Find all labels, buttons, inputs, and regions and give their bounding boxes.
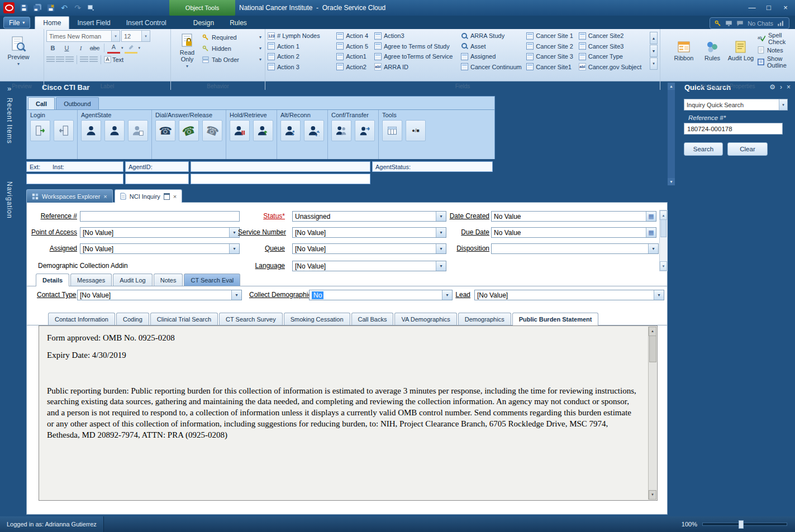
field-item[interactable]: Cancer Site 1: [526, 32, 575, 40]
tab-insert-field[interactable]: Insert Field: [69, 17, 118, 29]
content-scrollbar[interactable]: ▲ ▼: [648, 327, 656, 500]
navigation-panel-tab[interactable]: Navigation: [6, 181, 13, 219]
required-toggle[interactable]: Required ▾: [201, 32, 263, 42]
dropdown-arrow-icon[interactable]: ▾: [259, 57, 261, 62]
dropdown-arrow-icon[interactable]: ▾: [436, 261, 446, 271]
file-menu-button[interactable]: File ▾: [3, 17, 30, 28]
date-created-field[interactable]: No Value ▦: [491, 211, 656, 222]
field-item[interactable]: Action 1: [268, 42, 333, 50]
reconnect-icon[interactable]: [304, 120, 324, 141]
field-item[interactable]: Action2: [336, 63, 371, 71]
agent-ready-icon[interactable]: [81, 120, 101, 141]
highlight-color-button[interactable]: [125, 42, 137, 54]
font-color-button[interactable]: A: [107, 42, 120, 54]
due-date-field[interactable]: No Value ▦: [491, 227, 656, 238]
cti-tab-outbound[interactable]: Outbound: [56, 97, 98, 109]
font-name-combo[interactable]: Times New Roman ▾: [46, 30, 120, 42]
reference-input[interactable]: [80, 211, 240, 222]
align-bottom-icon[interactable]: [89, 56, 98, 63]
field-item[interactable]: Action 4: [336, 32, 371, 40]
transfer-icon[interactable]: [355, 120, 375, 141]
field-item[interactable]: Assigned: [461, 52, 523, 60]
rules-button[interactable]: Rules: [699, 30, 725, 71]
field-item[interactable]: Cancer Site3: [579, 42, 644, 50]
release-icon[interactable]: ☎: [202, 120, 222, 141]
save-all-icon[interactable]: [31, 2, 44, 14]
hidden-toggle[interactable]: Hidden ▾: [201, 43, 263, 54]
audit-log-button[interactable]: Audit Log: [727, 30, 754, 71]
field-item[interactable]: Agree to Terms of Study: [374, 42, 458, 50]
tab-rules[interactable]: Rules: [222, 17, 255, 29]
retrieve-icon[interactable]: [253, 120, 273, 141]
tab-home[interactable]: Home: [35, 16, 69, 29]
dropdown-arrow-icon[interactable]: ▾: [436, 212, 446, 221]
search-button[interactable]: Search: [684, 142, 723, 156]
conference-icon[interactable]: [331, 120, 351, 141]
field-item[interactable]: Cancer Type: [579, 52, 644, 60]
tab-workspaces-explorer[interactable]: Workspaces Explorer ×: [26, 189, 113, 203]
reference-number-input[interactable]: 180724-000178: [684, 123, 783, 135]
dropdown-arrow-icon[interactable]: ▾: [259, 35, 261, 40]
dropdown-arrow-icon[interactable]: ▾: [648, 244, 658, 253]
redo-icon[interactable]: ↷: [72, 2, 84, 14]
save-icon[interactable]: [18, 2, 30, 14]
dropdown-arrow-icon[interactable]: ▾: [229, 244, 239, 253]
scroll-up-icon[interactable]: ▲: [660, 210, 667, 220]
customize-toolbar-icon[interactable]: [85, 2, 97, 14]
show-outline-toggle[interactable]: Show Outline: [758, 57, 793, 66]
tab-order-button[interactable]: Tab Order ▾: [201, 54, 263, 65]
answer-icon[interactable]: ☎: [179, 120, 199, 141]
tab-contact-information[interactable]: Contact Information: [48, 313, 115, 325]
tab-smoking-cessation[interactable]: Smoking Cessation: [284, 313, 350, 325]
tab-public-burden-statement[interactable]: Public Burden Statement: [512, 313, 599, 325]
scroll-up-icon[interactable]: ▲: [649, 327, 656, 336]
scroll-down-icon[interactable]: ▼: [668, 178, 675, 185]
field-item[interactable]: Agree toTerms of Service: [374, 52, 458, 60]
dropdown-arrow-icon[interactable]: ▾: [231, 290, 241, 300]
cti-tab-call[interactable]: Call: [28, 97, 55, 109]
field-item[interactable]: Cancer Site2: [579, 32, 644, 40]
italic-button[interactable]: I: [74, 43, 87, 53]
dropdown-arrow-icon[interactable]: ▾: [779, 99, 787, 110]
quick-search-selector[interactable]: Inquiry Quick Search ▾: [684, 99, 784, 111]
field-item[interactable]: Asset: [461, 42, 523, 50]
field-item[interactable]: Action3: [374, 32, 458, 40]
logout-icon[interactable]: [54, 120, 74, 141]
service-number-dropdown[interactable]: [No Value] ▾: [292, 227, 446, 238]
status-dropdown[interactable]: Unassigned ▾: [292, 211, 446, 222]
field-item[interactable]: Action1: [336, 52, 371, 60]
field-item[interactable]: ARRA Study: [461, 32, 523, 40]
tab-clinical-trial-search[interactable]: Clinical Trial Search: [150, 313, 218, 325]
collect-demographics-dropdown[interactable]: No ▾: [309, 290, 453, 300]
tab-va-demographics[interactable]: VA Demographics: [394, 313, 456, 325]
align-center-icon[interactable]: [56, 56, 64, 63]
field-item[interactable]: ablCancer.gov Subject: [579, 63, 644, 71]
recent-items-panel-tab[interactable]: Recent Items: [6, 98, 13, 144]
undo-icon[interactable]: ↶: [58, 2, 70, 14]
field-item[interactable]: Cancer Site 3: [526, 52, 575, 60]
dropdown-arrow-icon[interactable]: ▾: [111, 31, 120, 41]
dropdown-arrow-icon[interactable]: ▾: [436, 244, 446, 253]
tab-design[interactable]: Design: [185, 17, 222, 29]
point-of-access-dropdown[interactable]: [No Value] ▾: [80, 227, 240, 238]
align-right-icon[interactable]: [65, 56, 74, 63]
field-item[interactable]: Action 2: [268, 52, 333, 60]
tab-call-backs[interactable]: Call Backs: [351, 313, 394, 325]
align-top-icon[interactable]: [80, 56, 88, 63]
dropdown-arrow-icon[interactable]: ▾: [436, 228, 446, 237]
disposition-dropdown[interactable]: ▾: [491, 243, 659, 254]
tab-notes[interactable]: Notes: [154, 274, 183, 286]
save-close-icon[interactable]: [45, 2, 57, 14]
font-size-combo[interactable]: 12 ▾: [121, 30, 150, 42]
field-item[interactable]: Cancer Site1: [526, 63, 575, 71]
cti-scrollbar[interactable]: ▲ ▼: [668, 83, 675, 185]
strikethrough-button[interactable]: abc: [88, 43, 101, 53]
tab-nci-inquiry[interactable]: NCI Inquiry ×: [115, 189, 182, 203]
tab-messages[interactable]: Messages: [70, 274, 112, 286]
calendar-icon[interactable]: ▦: [646, 228, 656, 237]
zoom-slider-thumb[interactable]: [739, 520, 744, 529]
spell-check-toggle[interactable]: ab Spell Check: [758, 33, 793, 43]
text-button[interactable]: Text: [112, 56, 123, 63]
hold-icon[interactable]: [230, 120, 250, 141]
contact-type-dropdown[interactable]: [No Value] ▾: [77, 290, 242, 300]
